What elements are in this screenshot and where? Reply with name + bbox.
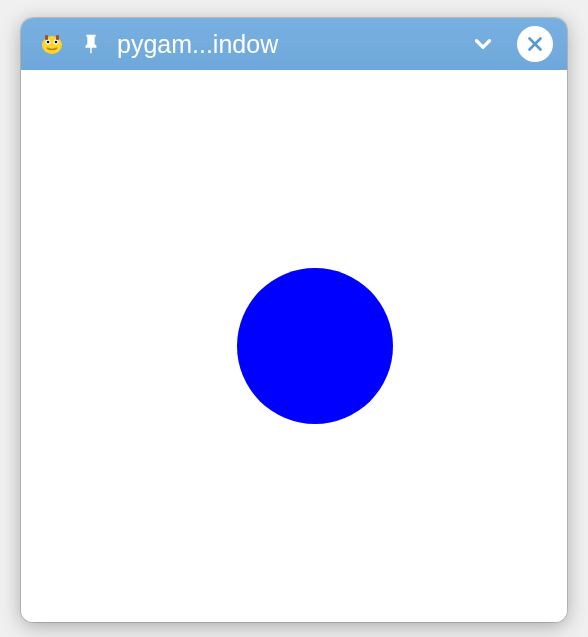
window-titlebar: pygam...indow <box>21 18 567 70</box>
application-window: pygam...indow <box>21 18 567 622</box>
svg-point-4 <box>55 41 58 44</box>
pygame-snake-icon <box>39 31 65 57</box>
pygame-canvas[interactable] <box>21 70 567 622</box>
window-title: pygam...indow <box>117 30 455 59</box>
chevron-down-icon[interactable] <box>469 30 497 58</box>
svg-rect-6 <box>56 35 59 40</box>
blue-circle <box>237 268 393 424</box>
svg-point-2 <box>47 41 50 44</box>
close-button[interactable] <box>517 26 553 62</box>
pin-icon[interactable] <box>79 32 103 56</box>
svg-rect-5 <box>45 35 48 40</box>
close-icon <box>524 33 546 55</box>
